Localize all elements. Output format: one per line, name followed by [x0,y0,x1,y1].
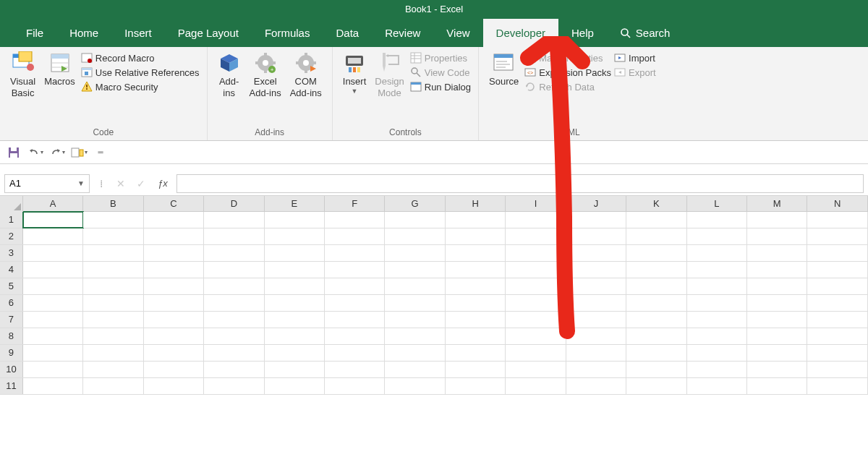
cell[interactable] [23,378,83,394]
cell[interactable] [144,245,204,261]
column-header[interactable]: C [144,196,204,211]
cell[interactable] [204,312,264,328]
cell[interactable] [566,262,626,278]
cell[interactable] [747,362,807,377]
cell[interactable] [687,345,747,361]
cell[interactable] [446,278,506,294]
view-code-button[interactable]: View Code [409,66,472,79]
cell[interactable] [144,312,204,328]
cell[interactable] [144,278,204,294]
column-header[interactable]: K [626,196,686,211]
cell[interactable] [204,295,264,311]
column-header[interactable]: A [23,196,83,211]
refresh-data-button[interactable]: Refresh Data [523,80,613,93]
row-header[interactable]: 10 [0,362,23,377]
cell[interactable] [204,345,264,361]
cell[interactable] [23,212,83,228]
tab-formulas[interactable]: Formulas [252,19,323,47]
visual-basic-button[interactable]: Visual Basic [6,50,40,100]
cell[interactable] [506,312,566,328]
cell[interactable] [687,278,747,294]
cell[interactable] [687,312,747,328]
cell[interactable] [506,262,566,278]
cell[interactable] [204,262,264,278]
cell[interactable] [265,328,325,344]
cell[interactable] [566,278,626,294]
column-header[interactable]: J [566,196,626,211]
cell[interactable] [626,212,686,228]
cell[interactable] [204,212,264,228]
cell[interactable] [446,228,506,244]
design-mode-button[interactable]: Design Mode [370,50,408,100]
cell[interactable] [144,212,204,228]
cell[interactable] [83,262,143,278]
record-macro-button[interactable]: Record Macro [80,51,201,64]
cell[interactable] [83,378,143,394]
row-header[interactable]: 8 [0,328,23,344]
cell[interactable] [506,362,566,377]
cell[interactable] [626,328,686,344]
cell[interactable] [265,228,325,244]
cell[interactable] [566,378,626,394]
cell[interactable] [566,228,626,244]
cell[interactable] [687,228,747,244]
cell[interactable] [204,278,264,294]
cell[interactable] [23,262,83,278]
cell[interactable] [807,262,867,278]
cell[interactable] [687,245,747,261]
cell[interactable] [385,228,445,244]
tab-data[interactable]: Data [323,19,372,47]
cell[interactable] [325,328,385,344]
cell[interactable] [265,262,325,278]
cell[interactable] [626,245,686,261]
row-header[interactable]: 4 [0,262,23,278]
cell[interactable] [83,345,143,361]
cell[interactable] [23,312,83,328]
row-header[interactable]: 1 [0,212,23,228]
select-all-corner[interactable] [0,196,23,212]
cell[interactable] [23,295,83,311]
cell[interactable] [325,312,385,328]
cell[interactable] [626,312,686,328]
column-header[interactable]: F [325,196,385,211]
cell[interactable] [83,228,143,244]
cell[interactable] [807,212,867,228]
tab-page-layout[interactable]: Page Layout [165,19,252,47]
cell[interactable] [23,328,83,344]
insert-control-button[interactable]: Insert ▼ [339,50,371,96]
column-header[interactable]: L [687,196,747,211]
cell[interactable] [626,262,686,278]
cell[interactable] [747,378,807,394]
cell[interactable] [265,345,325,361]
cell[interactable] [265,212,325,228]
cell[interactable] [83,295,143,311]
cell[interactable] [446,262,506,278]
cell[interactable] [385,362,445,377]
cell[interactable] [506,378,566,394]
cell[interactable] [385,278,445,294]
cell[interactable] [747,312,807,328]
cell[interactable] [747,228,807,244]
cell[interactable] [566,295,626,311]
cell[interactable] [144,378,204,394]
cell[interactable] [325,278,385,294]
cell[interactable] [385,295,445,311]
tab-file[interactable]: File [13,19,56,47]
touch-mode-button[interactable]: ▾ [71,145,87,161]
tab-review[interactable]: Review [372,19,433,47]
cell[interactable] [265,278,325,294]
cell[interactable] [687,362,747,377]
cell[interactable] [385,328,445,344]
cell[interactable] [265,312,325,328]
cell[interactable] [446,245,506,261]
cell[interactable] [566,245,626,261]
cell[interactable] [687,328,747,344]
cell[interactable] [83,312,143,328]
cell[interactable] [83,328,143,344]
cell[interactable] [83,212,143,228]
cell[interactable] [687,295,747,311]
cell[interactable] [385,312,445,328]
cell[interactable] [204,362,264,377]
cell[interactable] [23,362,83,377]
column-header[interactable]: M [747,196,807,211]
